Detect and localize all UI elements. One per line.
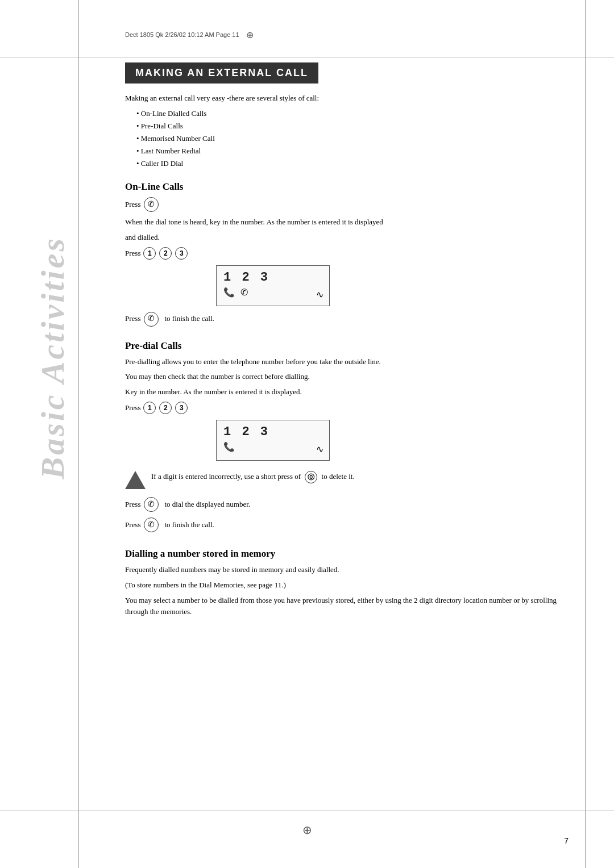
signal-icon: ∿ <box>316 289 323 300</box>
hr-bottom <box>0 811 614 811</box>
and-dialled-text: and dialled. <box>125 232 569 244</box>
phone-display-2: 1 2 3 📞 ∿ <box>216 420 330 461</box>
note-label: NOTE <box>129 462 142 469</box>
handset-icon: ✆ <box>240 287 248 298</box>
press-dial-label: Press <box>125 499 140 511</box>
page-number: 7 <box>564 836 569 845</box>
main-content: MAKING AN EXTERNAL CALL Making an extern… <box>125 62 569 656</box>
btn-3[interactable]: 3 <box>175 247 188 260</box>
btn-3-predial[interactable]: 3 <box>175 402 188 414</box>
hr-top <box>0 57 614 57</box>
border-left <box>78 0 79 868</box>
to-finish-text-2: to finish the call. <box>164 519 214 531</box>
note-triangle-icon: NOTE <box>125 471 146 489</box>
dial-tone-text: When the dial tone is heard, key in the … <box>125 216 569 228</box>
display-icons-1: 📞 ✆ <box>223 287 322 298</box>
phone-button-1[interactable]: ✆ <box>144 197 159 212</box>
display-digits-2: 1 2 3 <box>223 425 322 439</box>
press-finish-label-2: Press <box>125 519 140 531</box>
phonebook-icon: 📞 <box>223 287 235 298</box>
press-finish-line-1: Press ✆ to finish the call. <box>125 312 569 327</box>
press-finish-label-1: Press <box>125 313 140 325</box>
phone-button-3[interactable]: ✆ <box>144 497 159 512</box>
to-dial-text: to dial the displayed number. <box>164 499 250 511</box>
memory-text2: (To store numbers in the Dial Memories, … <box>125 579 569 591</box>
note-wrapper: NOTE <box>125 471 146 489</box>
note-text: If a digit is entered incorrectly, use a… <box>151 471 355 483</box>
section-heading-predial: Pre-dial Calls <box>125 340 569 352</box>
phonebook-icon-2: 📞 <box>223 441 235 452</box>
btn-1-predial[interactable]: 1 <box>143 402 156 414</box>
phone-display-1: 1 2 3 📞 ✆ ∿ <box>216 265 330 306</box>
crosshair-top <box>246 30 256 40</box>
list-item: Caller ID Dial <box>136 157 569 170</box>
note-box: NOTE If a digit is entered incorrectly, … <box>125 471 569 489</box>
press-123-row-predial: Press 1 2 3 <box>125 402 569 414</box>
to-finish-text-1: to finish the call. <box>164 313 214 325</box>
phone-button-4[interactable]: ✆ <box>144 518 159 532</box>
intro-text: Making an external call very easy -there… <box>125 93 569 104</box>
sidebar-text: Basic Activities <box>30 159 75 557</box>
list-item: Memorised Number Call <box>136 132 569 145</box>
border-right <box>585 0 586 868</box>
list-item: Last Number Redial <box>136 145 569 157</box>
call-types-list: On-Line Dialled Calls Pre-Dial Calls Mem… <box>136 107 569 170</box>
memory-text3: You may select a number to be dialled fr… <box>125 595 569 619</box>
display-digits-1: 1 2 3 <box>223 270 322 285</box>
list-item: On-Line Dialled Calls <box>136 107 569 120</box>
delete-btn[interactable]: ⓪ <box>305 471 317 483</box>
predial-text1: Pre-dialling allows you to enter the tel… <box>125 356 569 368</box>
press-dial-line: Press ✆ to dial the displayed number. <box>125 497 569 512</box>
btn-2-predial[interactable]: 2 <box>159 402 172 414</box>
predial-text3: Key in the number. As the number is ente… <box>125 386 569 398</box>
press-label-2: Press <box>125 249 140 258</box>
display-icons-2: 📞 <box>223 441 322 452</box>
list-item: Pre-Dial Calls <box>136 120 569 132</box>
memory-text1: Frequently dialled numbers may be stored… <box>125 564 569 576</box>
press-label-predial: Press <box>125 403 140 412</box>
section-heading-online: On-Line Calls <box>125 181 569 193</box>
phone-button-2[interactable]: ✆ <box>144 312 159 327</box>
press-123-row: Press 1 2 3 <box>125 247 569 260</box>
header-line: Dect 1805 Qk 2/26/02 10:12 AM Page 11 <box>125 31 239 38</box>
press-label-1: Press <box>125 199 140 211</box>
page-container: Dect 1805 Qk 2/26/02 10:12 AM Page 11 Ba… <box>0 0 614 868</box>
predial-text2: You may then check that the number is co… <box>125 371 569 383</box>
section-heading-memory: Dialling a number stored in memory <box>125 548 569 560</box>
btn-2[interactable]: 2 <box>159 247 172 260</box>
page-title: MAKING AN EXTERNAL CALL <box>125 62 318 84</box>
signal-icon-2: ∿ <box>316 444 323 454</box>
header-meta: Dect 1805 Qk 2/26/02 10:12 AM Page 11 <box>125 30 256 40</box>
press-phone-line: Press ✆ <box>125 197 569 212</box>
sidebar-label: Basic Activities <box>34 236 72 479</box>
press-finish-line-2: Press ✆ to finish the call. <box>125 518 569 532</box>
crosshair-bottom: ⊕ <box>302 823 312 837</box>
btn-1[interactable]: 1 <box>143 247 156 260</box>
